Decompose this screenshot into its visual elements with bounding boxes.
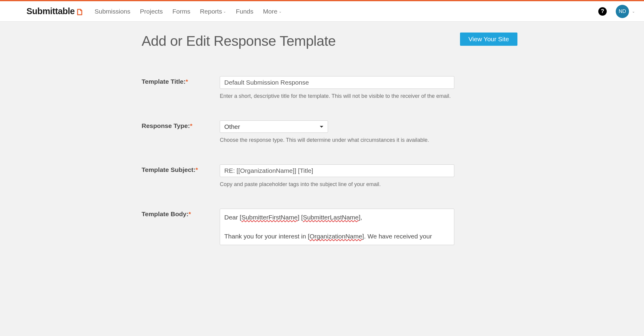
page-title: Add or Edit Response Template <box>142 33 336 49</box>
chevron-down-icon: ⌄ <box>279 9 282 14</box>
required-marker: * <box>186 78 188 85</box>
row-template-subject: Template Subject:* Copy and paste placeh… <box>142 164 517 188</box>
nav-projects[interactable]: Projects <box>140 8 163 15</box>
page-header: Add or Edit Response Template View Your … <box>142 33 517 49</box>
nav-forms[interactable]: Forms <box>172 8 190 15</box>
nav-funds[interactable]: Funds <box>236 8 253 15</box>
label-response-type: Response Type:* <box>142 120 220 129</box>
help-template-title: Enter a short, descriptive title for the… <box>220 93 454 99</box>
page-content: Add or Edit Response Template View Your … <box>115 22 529 245</box>
brand-icon <box>76 8 83 15</box>
label-template-subject: Template Subject:* <box>142 164 220 173</box>
response-type-select[interactable]: Other <box>220 120 328 133</box>
help-response-type: Choose the response type. This will dete… <box>220 137 454 143</box>
required-marker: * <box>190 122 192 129</box>
row-response-type: Response Type:* Other Choose the respons… <box>142 120 517 143</box>
template-subject-input[interactable] <box>220 164 454 177</box>
user-menu[interactable]: ND ⌄ <box>616 5 635 18</box>
nav-right: ? ND ⌄ <box>598 5 635 18</box>
label-template-body: Template Body:* <box>142 209 220 218</box>
field-template-title: Enter a short, descriptive title for the… <box>220 76 454 99</box>
nav-links: Submissions Projects Forms Reports ⌄ Fun… <box>94 8 281 15</box>
field-response-type: Other Choose the response type. This wil… <box>220 120 454 143</box>
help-icon[interactable]: ? <box>598 7 607 16</box>
template-title-input[interactable] <box>220 76 454 89</box>
row-template-title: Template Title:* Enter a short, descript… <box>142 76 517 99</box>
nav-reports[interactable]: Reports ⌄ <box>200 8 226 15</box>
nav-more[interactable]: More ⌄ <box>263 8 282 15</box>
label-template-title: Template Title:* <box>142 76 220 85</box>
chevron-down-icon: ⌄ <box>223 9 226 14</box>
body-line-1: Dear [SubmitterFirstName] [SubmitterLast… <box>224 213 450 222</box>
required-marker: * <box>195 166 198 173</box>
template-body-editor[interactable]: Dear [SubmitterFirstName] [SubmitterLast… <box>220 209 454 245</box>
body-blank <box>224 222 450 232</box>
help-template-subject: Copy and paste placeholder tags into the… <box>220 181 454 188</box>
view-site-button[interactable]: View Your Site <box>460 33 517 46</box>
body-line-2: Thank you for your interest in [Organiza… <box>224 232 450 241</box>
field-template-subject: Copy and paste placeholder tags into the… <box>220 164 454 188</box>
chevron-down-icon: ⌄ <box>632 9 635 14</box>
top-nav: Submittable Submissions Projects Forms R… <box>0 1 644 22</box>
avatar: ND <box>616 5 629 18</box>
field-template-body: Dear [SubmitterFirstName] [SubmitterLast… <box>220 209 454 245</box>
required-marker: * <box>189 210 191 217</box>
row-template-body: Template Body:* Dear [SubmitterFirstName… <box>142 209 517 245</box>
nav-submissions[interactable]: Submissions <box>94 8 130 15</box>
brand-logo[interactable]: Submittable <box>26 6 83 16</box>
brand-text: Submittable <box>26 6 75 16</box>
